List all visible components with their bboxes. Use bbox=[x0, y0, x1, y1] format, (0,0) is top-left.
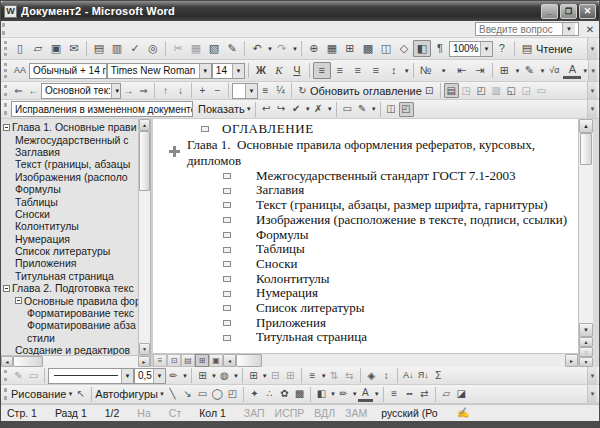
toolbar-grip[interactable] bbox=[4, 103, 7, 116]
docmap-item[interactable]: Сноски bbox=[1, 208, 138, 220]
normal-view-icon[interactable]: ≡ bbox=[153, 354, 167, 367]
toolbar-grip[interactable] bbox=[4, 85, 7, 97]
next-page-icon[interactable]: ▼ bbox=[579, 357, 593, 367]
style-combo[interactable]: Обычный + 14 г ▼ bbox=[29, 63, 107, 79]
email-icon[interactable]: ✉ bbox=[65, 40, 83, 57]
outline-item[interactable]: Таблицы bbox=[153, 242, 578, 257]
paste-icon[interactable]: ▧ bbox=[205, 40, 223, 57]
text-direction-icon[interactable]: ↕ bbox=[379, 368, 394, 383]
italic-button[interactable]: К bbox=[270, 62, 288, 79]
line-color-icon[interactable]: ✏ bbox=[336, 387, 351, 402]
docmap-item[interactable]: Изображения (располо bbox=[1, 171, 138, 183]
show-menu-button[interactable]: Показать bbox=[198, 103, 245, 115]
select-browse-object-icon[interactable]: ○ bbox=[579, 347, 593, 357]
font-size-combo[interactable]: 14 ▼ bbox=[212, 63, 245, 79]
toolbar-grip[interactable] bbox=[4, 370, 7, 382]
insert-excel-icon[interactable]: ▩ bbox=[359, 40, 377, 57]
docmap-item[interactable]: Список литературы bbox=[1, 245, 138, 257]
sort-ascending-icon[interactable]: А↓ bbox=[401, 368, 416, 383]
docmap-item[interactable]: Основные правила фор bbox=[1, 294, 138, 306]
outline-item[interactable]: Изображения (расположение в тексте, подп… bbox=[153, 213, 578, 228]
tables-borders-icon[interactable]: ▦ bbox=[323, 40, 341, 57]
spelling-icon[interactable]: ✓ bbox=[126, 40, 144, 57]
chevron-down-icon[interactable]: ▼ bbox=[232, 64, 244, 78]
outline-bullet-icon[interactable] bbox=[223, 202, 231, 208]
arrow-style-icon[interactable]: ⇄ bbox=[417, 387, 432, 402]
docmap-vertical-scrollbar[interactable]: ▲ ▼ bbox=[138, 119, 150, 355]
accept-change-icon[interactable]: ✔ bbox=[289, 102, 304, 117]
highlight-dropdown[interactable]: ▼ bbox=[371, 106, 377, 112]
decrease-indent-icon[interactable]: ⇤ bbox=[453, 62, 471, 79]
outline-bullet-icon[interactable] bbox=[223, 261, 231, 267]
cut-icon[interactable]: ✂ bbox=[169, 40, 187, 57]
scroll-thumb[interactable] bbox=[139, 131, 150, 191]
new-document-icon[interactable]: ▯ bbox=[11, 40, 29, 57]
outline-item[interactable]: Текст (границы, абзацы, размер шрифта, г… bbox=[153, 198, 578, 213]
diagram-icon[interactable]: ∴ bbox=[262, 387, 277, 402]
line-style-icon[interactable]: ≡ bbox=[387, 387, 402, 402]
insert-comment-icon[interactable]: ▭ bbox=[340, 102, 355, 117]
document-map-icon[interactable]: ◧ bbox=[413, 40, 431, 57]
equation-icon[interactable]: √α bbox=[545, 62, 563, 79]
docmap-item[interactable]: Титульная страница bbox=[1, 270, 138, 282]
fill-color-icon[interactable]: ◧ bbox=[314, 387, 329, 402]
reject-dropdown[interactable]: ▼ bbox=[327, 106, 333, 112]
oval-icon[interactable]: ◯ bbox=[210, 387, 225, 402]
shadow-style-icon[interactable]: ▱ bbox=[439, 387, 454, 402]
print-preview-icon[interactable]: ▥ bbox=[108, 40, 126, 57]
collapse-icon[interactable]: − bbox=[210, 83, 225, 98]
shading-color-icon[interactable]: ◍ bbox=[217, 368, 232, 383]
collapse-subdocs-icon[interactable]: ◳ bbox=[459, 83, 474, 98]
outline-bullet-icon[interactable] bbox=[223, 188, 231, 194]
docmap-item[interactable]: Таблицы bbox=[1, 195, 138, 207]
docmap-item[interactable]: Глава 2. Подготовка текс bbox=[1, 282, 138, 294]
autoshapes-menu-button[interactable]: Автофигуры bbox=[95, 388, 158, 400]
next-change-icon[interactable]: ↪ bbox=[274, 102, 289, 117]
previous-page-icon[interactable]: ▲ bbox=[579, 337, 593, 347]
outline-toc-row[interactable]: ОГЛАВЛЕНИЕ bbox=[153, 122, 578, 137]
outside-border-icon[interactable]: ⊞ bbox=[195, 368, 210, 383]
show-menu-dropdown[interactable]: ▼ bbox=[246, 106, 252, 112]
demote-icon[interactable]: → bbox=[121, 83, 136, 98]
track-changes-icon[interactable]: ◫ bbox=[384, 102, 399, 117]
outline-level-combo[interactable]: Основной тек: ▼ bbox=[41, 83, 121, 99]
show-first-line-icon[interactable]: ≡ bbox=[258, 83, 273, 98]
outline-bullet-icon[interactable] bbox=[223, 217, 231, 223]
master-document-view-icon[interactable]: ▤ bbox=[444, 83, 459, 98]
reject-change-icon[interactable]: ✗ bbox=[311, 102, 326, 117]
docmap-item[interactable]: Приложения bbox=[1, 257, 138, 269]
redo-dropdown[interactable]: ▼ bbox=[292, 46, 298, 52]
web-layout-view-icon[interactable]: ⊡ bbox=[167, 354, 181, 367]
outline-bullet-icon[interactable] bbox=[223, 173, 231, 179]
wordart-icon[interactable]: ✦ bbox=[247, 387, 262, 402]
toolbar-options-icon[interactable]: ▼ bbox=[587, 367, 597, 384]
docmap-item[interactable]: Форматирование текс bbox=[1, 307, 138, 319]
language-indicator[interactable]: русский (Ро bbox=[381, 407, 437, 419]
cell-align-icon[interactable]: ≡ bbox=[305, 368, 320, 383]
rectangle-icon[interactable]: ▭ bbox=[195, 387, 210, 402]
bullets-icon[interactable]: • bbox=[435, 62, 453, 79]
autosum-icon[interactable]: Σ bbox=[431, 368, 446, 383]
eraser-icon[interactable]: ▭ bbox=[26, 368, 41, 383]
outline-view-icon[interactable]: ⊞ bbox=[195, 354, 209, 367]
scroll-thumb[interactable] bbox=[13, 356, 43, 367]
display-for-review-combo[interactable]: Исправления в измененном документе ▼ bbox=[11, 101, 193, 117]
reviewing-pane-icon[interactable]: ◰ bbox=[399, 102, 414, 117]
align-left-icon[interactable]: ≡ bbox=[313, 62, 331, 79]
demote-to-body-icon[interactable]: ⇒ bbox=[136, 83, 151, 98]
collapse-minus-icon[interactable] bbox=[3, 285, 10, 292]
zoom-combo[interactable]: 100% ▼ bbox=[449, 41, 493, 57]
chevron-down-icon[interactable]: ▼ bbox=[562, 23, 575, 35]
scroll-right-icon[interactable]: ► bbox=[565, 354, 578, 367]
split-cells-icon[interactable]: ⊞ bbox=[283, 368, 298, 383]
record-macro-toggle[interactable]: ЗАП bbox=[244, 407, 265, 419]
docmap-item[interactable]: Форматирование абза bbox=[1, 319, 138, 331]
copy-icon[interactable]: ▦ bbox=[187, 40, 205, 57]
outline-bullet-icon[interactable] bbox=[223, 232, 231, 238]
previous-change-icon[interactable]: ↩ bbox=[259, 102, 274, 117]
toolbar-grip[interactable] bbox=[4, 41, 7, 56]
restore-button[interactable]: ❐ bbox=[560, 4, 577, 19]
print-layout-view-icon[interactable]: ▤ bbox=[181, 354, 195, 367]
read-icon[interactable]: ▤ bbox=[518, 40, 536, 57]
highlight-icon[interactable]: ✎ bbox=[520, 62, 538, 79]
